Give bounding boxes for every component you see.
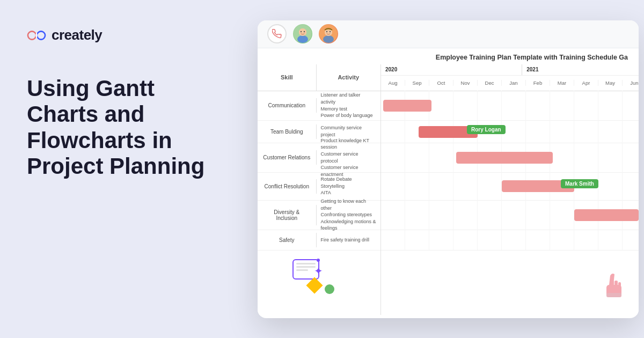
decoration-area: ✦ — [292, 259, 346, 302]
svg-rect-15 — [611, 281, 614, 286]
year-row: 2020 2021 — [381, 64, 639, 76]
logo-area: creately — [27, 27, 231, 43]
activity-line: Confronting stereotypes — [321, 211, 376, 218]
activity-line: Power of body language — [321, 112, 376, 119]
deco-line — [296, 266, 316, 268]
month-mar: Mar — [550, 80, 574, 86]
activity-header: Activity — [317, 64, 380, 91]
skill-cell: Customer Relations — [258, 150, 317, 165]
rory-logan-label: Rory Logan — [467, 125, 506, 134]
deco-dot — [317, 259, 320, 262]
table-row: Customer Relations Product knowledge KT … — [258, 143, 380, 173]
month-oct: Oct — [429, 80, 453, 86]
month-nov: Nov — [453, 80, 478, 86]
skill-cell: Diversity & Inclusion — [258, 205, 317, 225]
left-panel: creately Using GanttCharts andFlowcharts… — [0, 0, 258, 338]
month-dec: Dec — [478, 80, 502, 86]
month-aug-2020: Aug — [381, 80, 405, 86]
chart-row-safety — [381, 230, 639, 251]
chart-row-diversity — [381, 201, 639, 230]
chart-row-conflict: Mark Smith — [381, 173, 639, 201]
month-may: May — [598, 80, 623, 86]
brand-name: creately — [52, 27, 102, 43]
activity-line: Product knowledge KT session — [321, 137, 376, 151]
month-jun: Jun — [623, 80, 639, 86]
table-row: Diversity & Inclusion Getting to know ea… — [258, 201, 380, 230]
activity-cell: Fire safety training drill — [317, 233, 380, 247]
month-row: Aug Sep Oct Nov Dec Jan Feb Mar Apr May … — [381, 76, 639, 90]
activity-cell: Listener and talker activity Memory test… — [317, 89, 380, 122]
svg-point-12 — [326, 31, 327, 32]
thumbs-up-decoration — [601, 269, 631, 307]
gantt-chart-area: 2020 2021 Aug Sep Oct Nov Dec Jan Feb Ma… — [381, 64, 639, 315]
svg-point-5 — [299, 28, 306, 36]
month-jan: Jan — [502, 80, 526, 86]
table-row: Communication Listener and talker activi… — [258, 91, 380, 121]
activity-line: Rotate Debate — [321, 176, 376, 183]
chart-title: Employee Training Plan Template with Tra… — [268, 54, 628, 61]
activity-line: Customer service protocol — [321, 151, 376, 164]
gantt-bar-communication — [383, 100, 431, 112]
activity-line: Acknowledging motions & feelings — [321, 218, 376, 232]
activity-line: Getting to know each other — [321, 198, 376, 211]
skill-cell: Conflict Resolution — [258, 179, 317, 194]
activity-line: Memory test — [321, 106, 376, 113]
year-2021: 2021 — [522, 64, 543, 76]
svg-rect-17 — [618, 282, 621, 286]
phone-icon[interactable] — [267, 24, 287, 43]
circle-decoration — [325, 284, 334, 294]
avatar-person1[interactable] — [293, 24, 312, 43]
svg-rect-18 — [606, 293, 621, 297]
svg-point-7 — [304, 31, 305, 32]
chart-row-team: Rory Logan — [381, 121, 639, 143]
month-feb: Feb — [526, 80, 550, 86]
gantt-bar-customer — [456, 152, 553, 164]
screenshot-card: Employee Training Plan Template with Tra… — [258, 20, 639, 318]
svg-point-13 — [330, 31, 331, 32]
month-apr: Apr — [574, 80, 598, 86]
activity-line: Fire safety training drill — [321, 237, 376, 244]
chart-row-communication — [381, 91, 639, 121]
skill-cell: Safety — [258, 233, 317, 247]
svg-point-10 — [323, 35, 334, 43]
svg-rect-16 — [614, 281, 618, 286]
activity-line: Storytelling — [321, 183, 376, 190]
gantt-header: Skill Activity — [258, 64, 380, 91]
diamond-decoration — [306, 277, 323, 293]
month-header: 2020 2021 Aug Sep Oct Nov Dec Jan Feb Ma… — [381, 64, 639, 91]
chart-row-customer — [381, 143, 639, 173]
title-bar: Employee Training Plan Template with Tra… — [258, 48, 639, 64]
deco-line — [296, 269, 308, 271]
creately-logo-icon — [27, 30, 46, 41]
toolbar — [258, 20, 639, 48]
svg-point-4 — [297, 35, 308, 43]
gantt-bar-diversity — [574, 209, 639, 221]
month-sep: Sep — [405, 80, 429, 86]
skill-cell: Team Bulding — [258, 124, 317, 139]
activity-cell: Getting to know each other Confronting s… — [317, 195, 380, 235]
skill-cell: Communication — [258, 98, 317, 113]
avatar-person2[interactable] — [319, 24, 338, 43]
mark-smith-label: Mark Smith — [561, 179, 598, 188]
activity-line: Listener and talker activity — [321, 92, 376, 105]
sparkle-icon: ✦ — [314, 264, 323, 277]
headline: Using GanttCharts andFlowcharts inProjec… — [27, 76, 231, 179]
skill-header: Skill — [258, 64, 317, 91]
svg-point-0 — [28, 31, 36, 39]
svg-point-6 — [301, 31, 302, 32]
table-row: Safety Fire safety training drill — [258, 230, 380, 251]
deco-line — [296, 263, 316, 264]
svg-point-1 — [37, 31, 45, 39]
right-panel: Employee Training Plan Template with Tra… — [258, 0, 644, 338]
year-2020: 2020 — [381, 64, 401, 76]
